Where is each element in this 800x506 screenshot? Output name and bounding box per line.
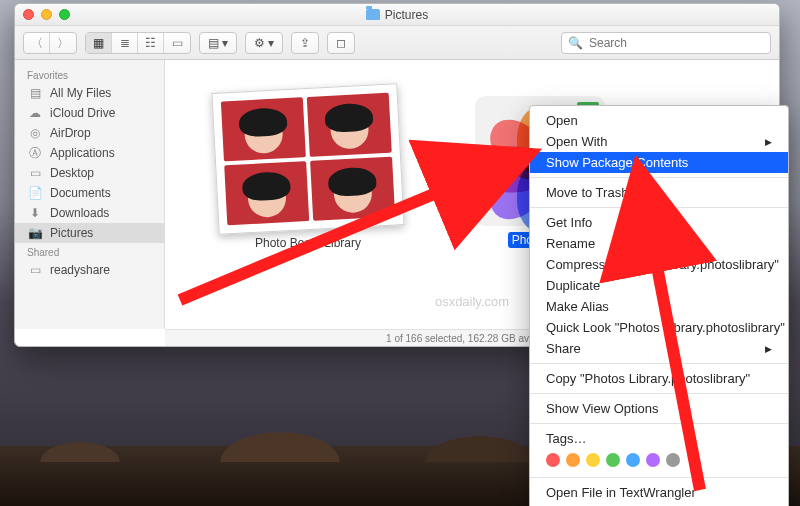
context-menu-item-label: Open File in TextWrangler <box>546 485 696 500</box>
action-button[interactable]: ⚙▾ <box>245 32 283 54</box>
search-input[interactable] <box>589 36 764 50</box>
columns-icon: ☷ <box>145 37 156 49</box>
context-menu-item-label: Move to Trash <box>546 185 628 200</box>
sidebar-item-documents[interactable]: 📄Documents <box>15 183 164 203</box>
tag-dot[interactable] <box>646 453 660 467</box>
titlebar[interactable]: Pictures <box>15 4 779 26</box>
all-my-files-icon: ▤ <box>27 87 43 100</box>
tag-dot[interactable] <box>606 453 620 467</box>
context-menu: OpenOpen WithShow Package ContentsMove t… <box>529 105 789 506</box>
view-list-button[interactable]: ≣ <box>112 33 138 53</box>
sidebar-item-icloud-drive[interactable]: ☁iCloud Drive <box>15 103 164 123</box>
context-menu-item-label: Rename <box>546 236 595 251</box>
share-button[interactable]: ⇪ <box>291 32 319 54</box>
zoom-window-button[interactable] <box>59 9 70 20</box>
context-menu-separator <box>530 423 788 424</box>
toolbar: 〈 〉 ▦ ≣ ☷ ▭ ▤▾ ⚙▾ ⇪ ◻ 🔍 <box>15 26 779 60</box>
context-menu-separator <box>530 207 788 208</box>
tag-dot[interactable] <box>546 453 560 467</box>
arrange-icon: ▤ <box>208 37 219 49</box>
context-menu-item[interactable]: Rename <box>530 233 788 254</box>
item-label: Photo Booth Library <box>215 236 401 250</box>
forward-button[interactable]: 〉 <box>50 33 76 53</box>
context-menu-item[interactable]: Make Alias <box>530 296 788 317</box>
chevron-left-icon: 〈 <box>31 37 43 49</box>
close-window-button[interactable] <box>23 9 34 20</box>
airdrop-icon: ◎ <box>27 127 43 140</box>
context-menu-item-label: Make Alias <box>546 299 609 314</box>
tag-dot[interactable] <box>666 453 680 467</box>
sidebar-item-downloads[interactable]: ⬇Downloads <box>15 203 164 223</box>
item-photo-booth-library[interactable]: Photo Booth Library <box>215 88 401 250</box>
share-icon: ⇪ <box>300 37 310 49</box>
context-menu-item-label: Tags… <box>546 431 586 446</box>
context-menu-item[interactable]: Duplicate <box>530 275 788 296</box>
minimize-window-button[interactable] <box>41 9 52 20</box>
context-menu-separator <box>530 363 788 364</box>
list-icon: ≣ <box>120 37 130 49</box>
context-menu-item[interactable]: Show View Options <box>530 398 788 419</box>
view-column-button[interactable]: ☷ <box>138 33 164 53</box>
context-menu-item-label: Show View Options <box>546 401 659 416</box>
context-menu-separator <box>530 177 788 178</box>
sidebar-item-desktop[interactable]: ▭Desktop <box>15 163 164 183</box>
back-button[interactable]: 〈 <box>24 33 50 53</box>
window-title: Pictures <box>15 8 779 22</box>
chevron-right-icon: 〉 <box>57 37 69 49</box>
traffic-lights <box>23 9 70 20</box>
context-menu-item[interactable]: Quick Look "Photos Library.photoslibrary… <box>530 317 788 338</box>
context-menu-item-label: Show Package Contents <box>546 155 688 170</box>
sidebar-item-applications[interactable]: ⒶApplications <box>15 143 164 163</box>
context-menu-item[interactable]: Show Package Contents <box>530 152 788 173</box>
grid-icon: ▦ <box>93 37 104 49</box>
context-menu-item-label: Get Info <box>546 215 592 230</box>
view-switcher: ▦ ≣ ☷ ▭ <box>85 32 191 54</box>
context-menu-item-label: Compress "Photos Library.photoslibrary" <box>546 257 779 272</box>
chevron-down-icon: ▾ <box>222 37 228 49</box>
context-menu-separator <box>530 477 788 478</box>
sidebar-item-airdrop[interactable]: ◎AirDrop <box>15 123 164 143</box>
tag-icon: ◻ <box>336 37 346 49</box>
context-menu-item[interactable]: Copy "Photos Library.photoslibrary" <box>530 368 788 389</box>
tags-button[interactable]: ◻ <box>327 32 355 54</box>
context-menu-item[interactable]: Move to Trash <box>530 182 788 203</box>
sidebar-item-pictures[interactable]: 📷Pictures <box>15 223 164 243</box>
view-coverflow-button[interactable]: ▭ <box>164 33 190 53</box>
context-menu-item[interactable]: Compress "Photos Library.photoslibrary" <box>530 254 788 275</box>
pictures-icon: 📷 <box>27 227 43 240</box>
applications-icon: Ⓐ <box>27 147 43 160</box>
context-menu-item-label: Duplicate <box>546 278 600 293</box>
search-icon: 🔍 <box>568 37 583 49</box>
context-menu-item[interactable]: Get Info <box>530 212 788 233</box>
tag-dot[interactable] <box>566 453 580 467</box>
context-menu-item[interactable]: Tags… <box>530 428 788 449</box>
icloud-drive-icon: ☁ <box>27 107 43 120</box>
context-menu-item[interactable]: Share <box>530 338 788 359</box>
context-menu-item[interactable]: Open File in TextWrangler <box>530 482 788 503</box>
context-menu-item-label: Share <box>546 341 581 356</box>
context-menu-item-label: Copy "Photos Library.photoslibrary" <box>546 371 750 386</box>
documents-icon: 📄 <box>27 187 43 200</box>
arrange-button[interactable]: ▤▾ <box>199 32 237 54</box>
context-menu-item[interactable]: Open With <box>530 131 788 152</box>
coverflow-icon: ▭ <box>172 37 183 49</box>
context-menu-item[interactable]: Open <box>530 110 788 131</box>
gear-icon: ⚙ <box>254 37 265 49</box>
sidebar-heading-favorites: Favorites <box>15 66 164 83</box>
shared-drive-icon: ▭ <box>27 264 43 277</box>
sidebar-item-all-my-files[interactable]: ▤All My Files <box>15 83 164 103</box>
chevron-down-icon: ▾ <box>268 37 274 49</box>
search-field[interactable]: 🔍 <box>561 32 771 54</box>
context-menu-item-label: Open <box>546 113 578 128</box>
nav-back-forward: 〈 〉 <box>23 32 77 54</box>
tag-dot[interactable] <box>626 453 640 467</box>
context-menu-separator <box>530 393 788 394</box>
context-menu-item-label: Open With <box>546 134 607 149</box>
tag-dot[interactable] <box>586 453 600 467</box>
downloads-icon: ⬇ <box>27 207 43 220</box>
sidebar: Favorites ▤All My Files ☁iCloud Drive ◎A… <box>15 60 165 329</box>
folder-icon <box>366 9 380 20</box>
photo-booth-thumbnail <box>211 83 404 235</box>
sidebar-item-readyshare[interactable]: ▭readyshare <box>15 260 164 280</box>
view-icon-button[interactable]: ▦ <box>86 33 112 53</box>
